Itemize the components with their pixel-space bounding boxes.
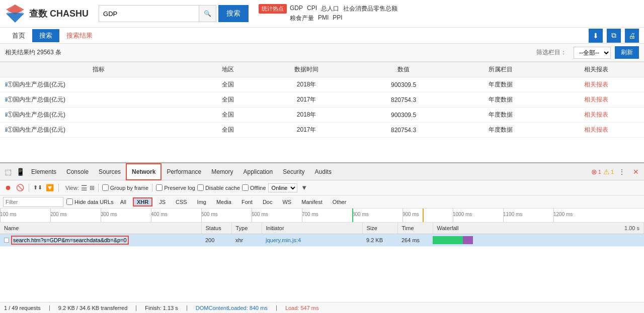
request-name-text: search.htm?s=GDP&m=searchdata&db=&p=0 — [11, 236, 129, 245]
hide-data-urls-checkbox[interactable] — [66, 198, 73, 205]
type-all[interactable]: All — [117, 198, 130, 206]
tab-network[interactable]: Network — [126, 163, 162, 180]
network-table-row[interactable]: search.htm?s=GDP&m=searchdata&db=&p=0 20… — [0, 234, 644, 246]
search-input[interactable] — [99, 5, 199, 22]
waterfall-purple-bar — [463, 236, 473, 244]
error-count: 1 — [598, 169, 601, 175]
nav-search[interactable]: 搜索 — [32, 29, 59, 42]
list-view-icon[interactable]: ☰ — [81, 184, 88, 192]
group-by-frame-checkbox[interactable] — [102, 184, 109, 191]
hide-data-urls-label[interactable]: Hide data URLs — [66, 198, 114, 205]
tab-audits[interactable]: Audits — [310, 163, 337, 180]
copy-button[interactable]: ⧉ — [607, 29, 621, 43]
tab-memory[interactable]: Memory — [206, 163, 238, 180]
cell-value: 900309.5 — [354, 77, 453, 92]
refresh-button[interactable]: 刷新 — [615, 46, 639, 59]
devtools-close-button[interactable]: ✕ — [630, 166, 642, 178]
type-js[interactable]: JS — [155, 198, 169, 206]
fetch-xhr-icon[interactable]: ⬆⬇ — [33, 183, 43, 193]
grid-view-icon[interactable]: ⊞ — [90, 184, 95, 191]
tag-gdp[interactable]: GDP — [290, 5, 303, 13]
tab-security[interactable]: Security — [278, 163, 309, 180]
col-header-category: 所属栏目 — [453, 62, 548, 77]
main-content: 指标 地区 数据时间 数值 所属栏目 相关报表 ℹ①国内生产总值(亿元) 全国 … — [0, 62, 644, 162]
type-ws[interactable]: WS — [279, 198, 295, 206]
record-button[interactable]: ⏺ — [3, 183, 13, 193]
tag-grain[interactable]: 粮食产量 — [290, 14, 314, 23]
xhr-checkbox[interactable] — [4, 238, 9, 243]
type-doc[interactable]: Doc — [259, 198, 276, 206]
nav-results[interactable]: 搜索结果 — [59, 29, 100, 42]
type-manifest[interactable]: Manifest — [298, 198, 326, 206]
nav-bar: 首页 搜索 搜索结果 ⬇ ⧉ 🖨 — [0, 28, 644, 44]
offline-checkbox[interactable] — [242, 184, 249, 191]
tab-application[interactable]: Application — [238, 163, 278, 180]
cell-report[interactable]: 相关报表 — [548, 92, 644, 108]
devtools-device-icon[interactable]: 📱 — [14, 166, 26, 178]
devtools-tab-bar: ⬚ 📱 Elements Console Sources Network Per… — [0, 163, 644, 180]
offline-label[interactable]: Offline — [242, 184, 266, 191]
search-button[interactable]: 搜索 — [218, 5, 249, 22]
timeline-marker: 1200 ms — [553, 212, 573, 217]
timeline-line — [252, 208, 252, 222]
timeline-line — [453, 208, 453, 222]
col-initiator: Initiator — [262, 223, 362, 234]
group-by-frame-label[interactable]: Group by frame — [102, 184, 148, 191]
type-other[interactable]: Other — [329, 198, 350, 206]
tag-pmi[interactable]: PMI — [318, 14, 329, 23]
preserve-log-checkbox[interactable] — [156, 184, 163, 191]
tag-population[interactable]: 总人口 — [321, 5, 339, 13]
type-css[interactable]: CSS — [172, 198, 191, 206]
tag-cpi[interactable]: CPI — [307, 5, 317, 13]
waterfall-green-bar — [433, 236, 463, 244]
filter-icon[interactable]: 🔽 — [45, 183, 55, 193]
search-icon-button[interactable]: 🔍 — [199, 5, 216, 22]
tab-elements[interactable]: Elements — [26, 163, 61, 180]
filter-input[interactable] — [3, 197, 63, 207]
timeline-marker: 700 ms — [302, 212, 318, 217]
nav-home[interactable]: 首页 — [5, 29, 32, 42]
cell-report[interactable]: 相关报表 — [548, 123, 644, 138]
download-button[interactable]: ⬇ — [589, 29, 603, 43]
filter-bar: 相关结果约 29563 条 筛选栏目： --全部-- 刷新 — [0, 44, 644, 62]
type-media[interactable]: Media — [213, 198, 235, 206]
devtools-inspect-icon[interactable]: ⬚ — [2, 166, 14, 178]
timeline-marker: 300 ms — [101, 212, 117, 217]
timeline-line — [151, 208, 151, 222]
print-button[interactable]: 🖨 — [625, 29, 639, 43]
initiator-link[interactable]: jquery.min.js:4 — [266, 237, 301, 243]
cell-category: 年度数据 — [453, 108, 548, 123]
cell-report[interactable]: 相关报表 — [548, 108, 644, 123]
type-img[interactable]: Img — [194, 198, 210, 206]
timeline-marker: 400 ms — [151, 212, 168, 217]
tag-retail[interactable]: 社会消费品零售总额 — [343, 5, 397, 13]
table-row: ℹ①国内生产总值(亿元) 全国 2018年 900309.5 年度数据 相关报表 — [0, 108, 644, 123]
hot-label: 统计热点 — [259, 4, 287, 14]
tab-console[interactable]: Console — [61, 163, 94, 180]
table-row: ℹ①国内生产总值(亿元) 全国 2018年 900309.5 年度数据 相关报表 — [0, 77, 644, 92]
cell-report[interactable]: 相关报表 — [548, 77, 644, 92]
tab-sources[interactable]: Sources — [94, 163, 126, 180]
tag-ppi[interactable]: PPI — [333, 14, 342, 23]
hot-tag-row: 统计热点 GDP CPI 总人口 社会消费品零售总额 — [259, 4, 397, 14]
network-settings-icon[interactable]: ▼ — [299, 183, 309, 193]
devtools-menu-icon[interactable]: ⋮ — [616, 166, 628, 178]
timeline-marker: 900 ms — [403, 212, 419, 217]
logo-icon — [5, 4, 25, 24]
disable-cache-label[interactable]: Disable cache — [197, 184, 240, 191]
toolbar-divider3 — [98, 184, 99, 192]
clear-button[interactable]: 🚫 — [15, 183, 25, 193]
cell-region: 全国 — [197, 92, 259, 108]
filter-label: 筛选栏目： — [536, 48, 567, 57]
cell-time: 2018年 — [259, 77, 354, 92]
online-select[interactable]: Online — [268, 183, 297, 192]
type-xhr[interactable]: XHR — [133, 197, 152, 206]
hot-tags: 统计热点 GDP CPI 总人口 社会消费品零售总额 统计热点 粮食产量 PMI… — [259, 4, 397, 24]
tab-performance[interactable]: Performance — [162, 163, 206, 180]
preserve-log-label[interactable]: Preserve log — [156, 184, 195, 191]
filter-select[interactable]: --全部-- — [574, 47, 611, 59]
cell-value: 820754.3 — [354, 123, 453, 138]
cell-waterfall — [433, 234, 644, 246]
disable-cache-checkbox[interactable] — [197, 184, 204, 191]
type-font[interactable]: Font — [238, 198, 256, 206]
